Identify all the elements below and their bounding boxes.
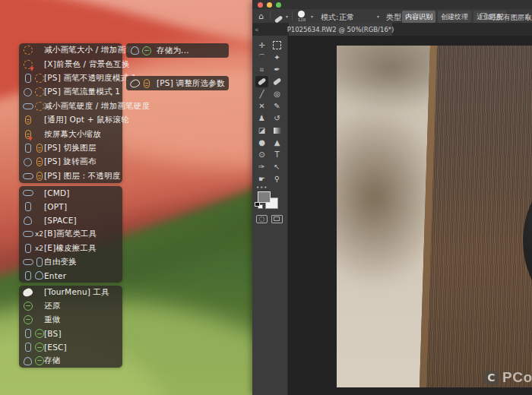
healing-brush-tool[interactable] bbox=[271, 76, 283, 87]
sample-all-layers-checkbox[interactable] bbox=[480, 13, 487, 20]
icon-slot bbox=[22, 289, 33, 296]
minimize-window-button[interactable] bbox=[267, 2, 272, 8]
shortcut-panel-save-as: 存储为... bbox=[126, 43, 229, 58]
icon-slot bbox=[22, 74, 33, 83]
shortcut-label: [PS] 切换图层 bbox=[44, 143, 96, 153]
type-tool[interactable]: T bbox=[271, 149, 283, 160]
shortcut-row: 还原 bbox=[19, 299, 122, 313]
scroll-icon bbox=[144, 79, 150, 88]
knob-icon bbox=[35, 87, 44, 96]
photoshop-window: ⌂ ▾ 128 ▾ 模式: 正常 ▾ 类型: 内容识别创建纹理近似匹配 对所有图… bbox=[252, 0, 532, 395]
document-tab[interactable]: P1025634.RW2 @ 50%(RGB/16*) bbox=[289, 23, 392, 36]
shortcut-row: [PS] 画笔不透明度模式 1 bbox=[19, 71, 122, 85]
marquee-tool[interactable] bbox=[271, 40, 283, 51]
blur-tool[interactable]: ● bbox=[255, 137, 268, 148]
path-selection-tool[interactable]: ↖ bbox=[271, 161, 283, 172]
type-button-2[interactable]: 创建纹理 bbox=[438, 11, 471, 23]
move-tool[interactable]: ✛ bbox=[255, 40, 268, 51]
history-brush-tool[interactable]: ↺ bbox=[271, 112, 283, 124]
sharpen-tool[interactable]: ▲ bbox=[271, 137, 283, 148]
object-selection-tool[interactable]: ✦ bbox=[271, 52, 283, 63]
shortcut-row: [PS] 旋转画布 bbox=[19, 155, 122, 169]
pconline-logo-icon: C bbox=[483, 370, 499, 386]
shortcut-label: 重做 bbox=[44, 314, 60, 325]
tall-button-icon bbox=[25, 74, 31, 83]
canvas-photo[interactable]: C PConline bbox=[337, 46, 532, 387]
lasso-tool[interactable]: ⌒ bbox=[255, 52, 268, 63]
dodge-tool[interactable]: ⊙ bbox=[255, 149, 268, 160]
icon-slot bbox=[33, 74, 45, 83]
tall-button-icon bbox=[25, 144, 31, 153]
eyedropper-tool[interactable]: ✒ bbox=[271, 64, 283, 75]
collapse-panel-icon[interactable]: « bbox=[255, 26, 259, 33]
close-window-button[interactable] bbox=[258, 2, 263, 8]
marquee-tool-icon bbox=[273, 41, 281, 49]
knob-icon bbox=[35, 102, 44, 111]
foreground-color-swatch[interactable] bbox=[258, 191, 271, 203]
hand-tool[interactable]: ☛ bbox=[255, 173, 268, 185]
long-button-icon bbox=[23, 173, 33, 179]
screen-mode-icon[interactable] bbox=[271, 215, 283, 223]
icon-slot bbox=[22, 216, 33, 225]
shortcut-row: [PS] 图层：不透明度 bbox=[19, 169, 122, 183]
sharpen-tool-icon: ▲ bbox=[274, 139, 280, 147]
arch-button-icon bbox=[131, 46, 139, 55]
quick-mask-icon[interactable] bbox=[256, 215, 268, 223]
shortcut-row: Enter bbox=[19, 269, 122, 283]
shortcut-panel-dial: [TourMenu] 工具还原重做[BS][ESC]存储 bbox=[19, 286, 122, 368]
edit-toolbar-icon[interactable]: ••• bbox=[256, 185, 268, 191]
document-tab-title: P1025634.RW2 @ 50%(RGB/16*) bbox=[287, 26, 394, 33]
crop-tool[interactable]: ⌗ bbox=[255, 64, 268, 75]
shortcut-row: 自由变换 bbox=[19, 255, 122, 269]
home-icon[interactable]: ⌂ bbox=[258, 11, 264, 21]
gradient-tool[interactable] bbox=[271, 125, 283, 136]
shortcut-label: [PS] 画笔不透明度模式 1 bbox=[44, 73, 137, 84]
tall-button-icon bbox=[25, 244, 31, 253]
arch-button-icon bbox=[35, 271, 43, 280]
shortcut-label: 减小画笔硬度 / 增加画笔硬度 bbox=[44, 101, 150, 112]
shortcut-row: 减小画笔大小 / 增加画笔大小 bbox=[19, 43, 122, 57]
stamp-tool[interactable]: ♟ bbox=[255, 112, 268, 124]
zoom-tool[interactable]: ⚲ bbox=[271, 173, 283, 185]
knob-icon bbox=[24, 46, 33, 55]
shortcut-row: 重做 bbox=[19, 313, 122, 327]
shortcut-row: x2[E]橡皮擦工具 bbox=[19, 242, 122, 255]
shortcut-label: [PS] 调整所选参数 bbox=[157, 78, 225, 89]
stamp-tool-icon: ♟ bbox=[258, 115, 265, 122]
spot-healing-tool-preset-icon[interactable] bbox=[274, 14, 283, 22]
dodge-tool-icon: ⊙ bbox=[258, 151, 264, 159]
dial-icon bbox=[35, 343, 44, 352]
mixer-brush-tool[interactable]: ✕ bbox=[255, 100, 268, 112]
default-colors-icon[interactable] bbox=[255, 202, 260, 207]
chevron-down-icon[interactable]: ▾ bbox=[311, 14, 313, 19]
zoom-window-button[interactable] bbox=[276, 2, 281, 8]
arch-button-icon bbox=[24, 357, 32, 365]
shortcut-row: ▼按屏幕大小缩放 bbox=[19, 127, 122, 141]
mode-select[interactable]: 正常 bbox=[339, 12, 354, 23]
icon-slot bbox=[22, 46, 33, 55]
hand-tool-icon: ☛ bbox=[258, 175, 265, 183]
icon-slot bbox=[22, 271, 33, 280]
icon-slot bbox=[33, 271, 45, 280]
clone-stamp-tool[interactable]: ◎ bbox=[271, 88, 283, 100]
shortcut-label: 存储为... bbox=[157, 46, 189, 56]
type-button-1[interactable]: 内容识别 bbox=[402, 11, 435, 23]
watermark-text: PConline bbox=[502, 369, 532, 386]
tall-button-icon bbox=[25, 271, 31, 280]
scroll-icon bbox=[36, 157, 43, 166]
icon-slot bbox=[141, 46, 152, 55]
diffusion-icon[interactable]: ∠ bbox=[524, 12, 530, 20]
icon-slot bbox=[33, 343, 45, 352]
window-titlebar bbox=[252, 0, 532, 9]
shortcut-label: [ESC] bbox=[44, 343, 67, 352]
canvas-pasteboard: C PConline bbox=[287, 36, 532, 395]
chevron-down-icon[interactable]: ▾ bbox=[377, 14, 379, 19]
eraser-tool[interactable]: ◪ bbox=[255, 125, 268, 136]
dial-icon bbox=[35, 329, 44, 338]
icon-slot bbox=[33, 329, 45, 338]
pen-tool[interactable]: ✑ bbox=[255, 161, 268, 172]
pencil-tool[interactable]: ✎ bbox=[271, 100, 283, 112]
spot-healing-brush-tool[interactable] bbox=[255, 76, 268, 87]
chevron-down-icon[interactable]: ▾ bbox=[286, 14, 288, 19]
brush-tool[interactable]: ╱ bbox=[255, 88, 268, 100]
